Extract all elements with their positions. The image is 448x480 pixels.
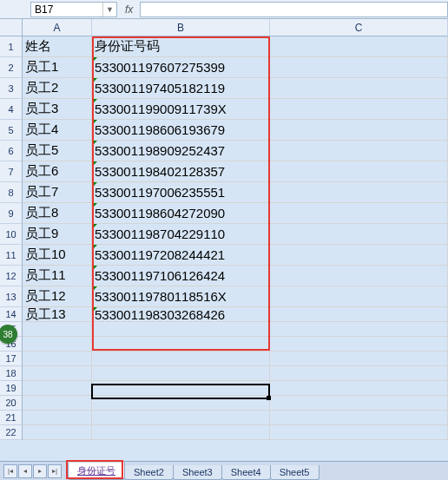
cell-name[interactable]: 员工11 — [23, 266, 92, 286]
row-header[interactable]: 8 — [0, 182, 23, 203]
name-box[interactable]: B17 ▼ — [30, 2, 117, 17]
row-header[interactable]: 6 — [0, 141, 23, 161]
cell-empty[interactable] — [270, 245, 448, 266]
row-header[interactable]: 4 — [0, 99, 23, 120]
cell-id-number[interactable]: 533001198704229110 — [92, 224, 270, 245]
sheet-tab[interactable]: Sheet3 — [173, 465, 222, 480]
cell-empty[interactable] — [270, 396, 448, 411]
row-header[interactable]: 22 — [0, 425, 23, 440]
tab-nav-next-icon[interactable]: ▸ — [33, 464, 47, 478]
name-box-dropdown-icon[interactable]: ▼ — [102, 3, 116, 16]
cell-empty[interactable] — [270, 161, 448, 182]
cell-name[interactable]: 员工8 — [23, 203, 92, 224]
cell-empty[interactable] — [92, 425, 270, 440]
tab-nav-prev-icon[interactable]: ◂ — [18, 464, 32, 478]
cell-empty[interactable] — [23, 425, 92, 440]
cell-id-number[interactable]: 身份证号码 — [92, 36, 270, 57]
cell-empty[interactable] — [270, 203, 448, 224]
cell-id-number[interactable]: 533001198909252437 — [92, 141, 270, 161]
cell-empty[interactable] — [270, 411, 448, 425]
row-header[interactable]: 10 — [0, 224, 23, 245]
row-header[interactable]: 14 — [0, 307, 23, 322]
cell-empty[interactable] — [23, 381, 92, 396]
cell-id-number[interactable]: 533001198604272090 — [92, 203, 270, 224]
row-header[interactable]: 9 — [0, 203, 23, 224]
cell-empty[interactable] — [92, 411, 270, 425]
cell-empty[interactable] — [23, 366, 92, 381]
tab-nav-first-icon[interactable]: |◂ — [3, 464, 17, 478]
cell-id-number[interactable]: 533001198606193679 — [92, 120, 270, 141]
cell-id-number[interactable]: 53300119900911739X — [92, 99, 270, 120]
row-header[interactable]: 7 — [0, 161, 23, 182]
select-all-corner[interactable] — [0, 19, 23, 36]
cell-empty[interactable] — [270, 120, 448, 141]
cell-id-number[interactable]: 533001197106126424 — [92, 266, 270, 286]
cell-name[interactable]: 员工9 — [23, 224, 92, 245]
row-header[interactable]: 21 — [0, 411, 23, 425]
cell-empty[interactable] — [92, 322, 270, 337]
cell-empty[interactable] — [92, 352, 270, 366]
cell-id-number[interactable]: 533001198303268426 — [92, 307, 270, 322]
row-header[interactable]: 5 — [0, 120, 23, 141]
cell-empty[interactable] — [92, 396, 270, 411]
row-header[interactable]: 2 — [0, 57, 23, 78]
cell-empty[interactable] — [23, 337, 92, 352]
sheet-tab[interactable]: Sheet5 — [270, 465, 320, 480]
cell-name[interactable]: 员工6 — [23, 161, 92, 182]
cell-empty[interactable] — [23, 396, 92, 411]
cell-empty[interactable] — [270, 381, 448, 396]
cell-name[interactable]: 员工7 — [23, 182, 92, 203]
cell-empty[interactable] — [270, 337, 448, 352]
cell-empty[interactable] — [270, 266, 448, 286]
cell-id-number[interactable]: 53300119780118516X — [92, 286, 270, 307]
cell-empty[interactable] — [270, 286, 448, 307]
fx-icon[interactable]: fx — [122, 3, 136, 16]
cell-id-number[interactable]: 533001197405182119 — [92, 78, 270, 99]
sheet-tab[interactable]: Sheet4 — [221, 465, 271, 480]
cell-empty[interactable] — [270, 36, 448, 57]
cell-empty[interactable] — [270, 57, 448, 78]
cell-empty[interactable] — [23, 411, 92, 425]
cell-name[interactable]: 员工13 — [23, 307, 92, 322]
cell-empty[interactable] — [270, 182, 448, 203]
cell-empty[interactable] — [92, 337, 270, 352]
row-header[interactable]: 12 — [0, 266, 23, 286]
cell-name[interactable]: 员工4 — [23, 120, 92, 141]
cell-empty[interactable] — [270, 322, 448, 337]
row-header[interactable]: 18 — [0, 366, 23, 381]
row-header[interactable]: 17 — [0, 352, 23, 366]
formula-input[interactable] — [140, 2, 448, 17]
column-header-c[interactable]: C — [270, 19, 448, 36]
cell-id-number[interactable]: 533001197607275399 — [92, 57, 270, 78]
row-header[interactable]: 11 — [0, 245, 23, 266]
cell-empty[interactable] — [270, 99, 448, 120]
cell-empty[interactable] — [270, 352, 448, 366]
cell-empty[interactable] — [23, 322, 92, 337]
cell-empty[interactable] — [23, 352, 92, 366]
row-header[interactable]: 13 — [0, 286, 23, 307]
cell-name[interactable]: 员工5 — [23, 141, 92, 161]
column-header-b[interactable]: B — [92, 19, 270, 36]
sheet-tab-active[interactable]: 身份证号 — [68, 463, 125, 480]
cell-name[interactable]: 姓名 — [23, 36, 92, 57]
column-header-a[interactable]: A — [23, 19, 92, 36]
sheet-tab[interactable]: Sheet2 — [124, 465, 174, 480]
tab-nav-last-icon[interactable]: ▸| — [48, 464, 62, 478]
cell-empty[interactable] — [92, 366, 270, 381]
cell-empty[interactable] — [270, 141, 448, 161]
cell-empty[interactable] — [270, 425, 448, 440]
row-header[interactable]: 19 — [0, 381, 23, 396]
cell-id-number[interactable]: 533001198402128357 — [92, 161, 270, 182]
cell-empty[interactable] — [270, 224, 448, 245]
row-header[interactable]: 1 — [0, 36, 23, 57]
row-header[interactable]: 3 — [0, 78, 23, 99]
cell-name[interactable]: 员工10 — [23, 245, 92, 266]
cell-name[interactable]: 员工3 — [23, 99, 92, 120]
cell-name[interactable]: 员工12 — [23, 286, 92, 307]
cell-id-number[interactable]: 533001197208244421 — [92, 245, 270, 266]
cell-empty[interactable] — [270, 366, 448, 381]
cell-id-number[interactable]: 533001197006235551 — [92, 182, 270, 203]
cell-empty[interactable] — [270, 307, 448, 322]
cell-empty[interactable] — [92, 381, 270, 396]
cell-name[interactable]: 员工1 — [23, 57, 92, 78]
